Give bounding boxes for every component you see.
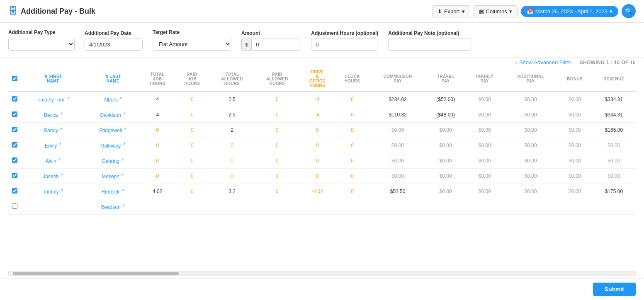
row-first-name[interactable]: Alvin ↗ [21,153,86,169]
header-commission-pay[interactable]: COMMISSIONPAY [369,66,426,92]
row-first-name[interactable]: Timothy 'Tim' ↗ [21,92,86,107]
row-checkbox[interactable] [12,96,17,102]
columns-icon: ▦ [479,8,484,15]
header-checkbox-cell[interactable] [8,66,21,92]
row-first-name[interactable]: Randy ↗ [21,123,86,138]
row-checkbox-cell[interactable] [8,199,21,215]
select-all-checkbox[interactable] [12,76,17,81]
columns-chevron-icon: ▾ [509,8,512,15]
row-clock-hours: 0 [335,123,370,138]
app-title-text: Additional Pay - Bulk [21,7,95,16]
row-total-job-hours: 4 [140,92,175,107]
export-button[interactable]: ⬇ Export ▾ [432,5,470,17]
row-paid-allowed-hours: 0 [255,169,300,184]
row-checkbox-cell[interactable] [8,123,21,138]
header-revenue[interactable]: REVENUE [592,66,636,92]
row-paid-allowed-hours: 0 [255,123,300,138]
row-total-allowed-hours: 0 [209,138,255,153]
row-paid-job-hours: 0 [175,107,210,123]
pay-type-group: Additional Pay Type [8,29,75,51]
row-last-name[interactable]: Galloway ↗ [86,138,140,153]
row-bonus: $0.00 [557,123,592,138]
amount-input[interactable] [251,39,301,51]
table-body: Timothy 'Tim' ↗Albers ↗402.50-40$234.02(… [8,92,636,215]
header-paid-allowed-hours[interactable]: PAIDALLOWEDHOURS [255,66,300,92]
adj-hours-input[interactable] [311,39,377,51]
row-clock-hours: 0 [335,184,370,199]
row-checkbox-cell[interactable] [8,138,21,153]
header-bonus[interactable]: BONUS [557,66,592,92]
date-range-button[interactable]: 📅 March 26, 2023 - April 1, 2023 ▾ [521,6,618,17]
row-paid-job-hours: 0 [175,169,210,184]
header-additional-pay[interactable]: ADDITIONALPAY [504,66,557,92]
row-last-name[interactable]: Albers ↗ [86,92,140,107]
header-clock-hours[interactable]: CLOCKHOURS [335,66,370,92]
row-first-name[interactable]: Joseph ↗ [21,169,86,184]
pay-note-input[interactable] [388,39,471,51]
row-checkbox[interactable] [12,173,17,178]
row-checkbox-cell[interactable] [8,107,21,123]
row-hourly-pay: $0.00 [465,92,504,107]
row-additional-pay: $0.00 [504,92,557,107]
horizontal-scrollbar[interactable] [8,271,636,276]
target-rate-group: Target Rate Flat Amount Hourly [153,29,231,51]
amount-group: Amount $ [241,30,301,51]
row-checkbox[interactable] [12,142,17,148]
row-last-name[interactable]: Moseph ↗ [86,169,140,184]
scrollbar-thumb[interactable] [13,272,179,275]
row-travel-pay: $0.00 [426,123,465,138]
row-additional-pay: $0.00 [504,184,557,199]
header-total-job-hours[interactable]: TOTALJOBHOURS [140,66,175,92]
row-drive-office-hours: 0 [300,169,335,184]
row-checkbox-cell[interactable] [8,169,21,184]
row-checkbox-cell[interactable] [8,153,21,169]
row-revenue: $334.31 [592,107,636,123]
header-drive-office-hours[interactable]: DRIVE&OFFICEHOURS [300,66,335,92]
row-last-name[interactable]: Fridgewell ↗ [86,123,140,138]
row-last-name[interactable]: Reedson ↗ [86,199,140,215]
row-total-allowed-hours: 0 [209,153,255,169]
date-range-text: March 26, 2023 - April 1, 2023 [535,8,608,15]
row-first-name[interactable]: Becca ↗ [21,107,86,123]
target-rate-select[interactable]: Flat Amount Hourly [153,38,231,51]
row-checkbox[interactable] [12,111,17,117]
columns-button[interactable]: ▦ Columns ▾ [474,5,518,17]
row-commission-pay: $0.00 [369,153,426,169]
header-first-name[interactable]: ⇅ FIRSTNAME [21,66,86,92]
header-paid-job-hours[interactable]: PAIDJOBHOURS [175,66,210,92]
row-last-name[interactable]: Gehring ↗ [86,153,140,169]
row-clock-hours [335,199,370,215]
amount-input-wrapper: $ [241,39,301,51]
search-button[interactable]: 🔍 [622,4,636,18]
row-paid-job-hours: 0 [175,153,210,169]
table-row: Tommy ↗Reddick ↗4.0203.20-4.020$52.50$0.… [8,184,636,199]
header-last-name[interactable]: ⇅ LASTNAME [86,66,140,92]
pay-date-label: Additional Pay Date [85,30,143,36]
row-last-name[interactable]: Reddick ↗ [86,184,140,199]
amount-prefix: $ [241,39,251,51]
row-first-name[interactable] [21,199,86,215]
row-first-name[interactable]: Emily ↗ [21,138,86,153]
row-checkbox-cell[interactable] [8,184,21,199]
pay-date-input[interactable] [85,39,143,51]
show-filter-link[interactable]: ↓ Show Advanced Filter [515,59,571,65]
row-paid-job-hours [175,199,210,215]
header-travel-pay[interactable]: TRAVELPAY [426,66,465,92]
row-checkbox-cell[interactable] [8,92,21,107]
row-last-name[interactable]: Davidson ↗ [86,107,140,123]
row-total-allowed-hours: 0 [209,169,255,184]
row-total-allowed-hours: 3.2 [209,184,255,199]
header-total-allowed-hours[interactable]: TOTALALLOWEDHOURS [209,66,255,92]
row-first-name[interactable]: Tommy ↗ [21,184,86,199]
row-bonus: $0.00 [557,184,592,199]
row-hourly-pay: $0.00 [465,184,504,199]
row-total-job-hours [140,199,175,215]
row-checkbox[interactable] [12,157,17,163]
row-checkbox[interactable] [12,127,17,132]
header-hourly-pay[interactable]: HOURLYPAY [465,66,504,92]
table-container[interactable]: ⇅ FIRSTNAME ⇅ LASTNAME TOTALJOBHOURS PAI… [8,66,636,271]
row-drive-office-hours: 0 [300,138,335,153]
row-checkbox[interactable] [12,188,17,194]
pay-type-select[interactable] [8,38,75,51]
row-checkbox[interactable] [12,203,17,209]
